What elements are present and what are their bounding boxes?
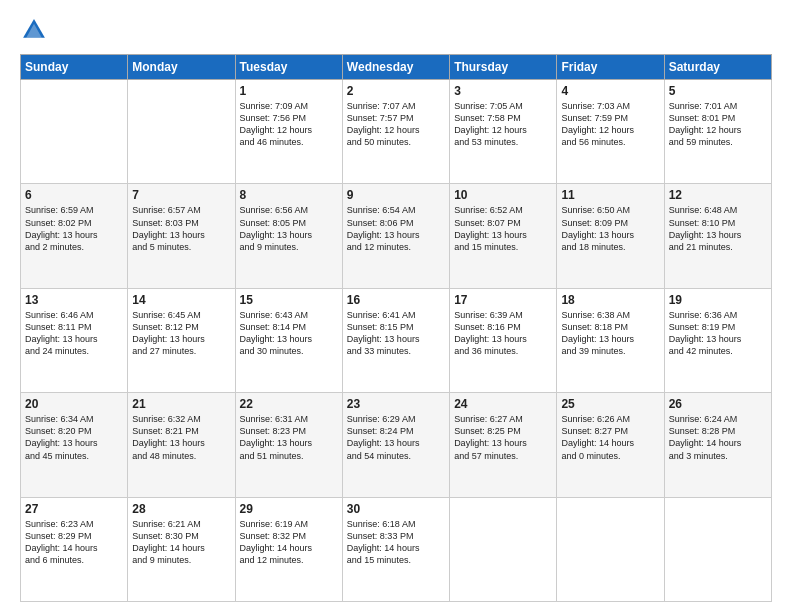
day-content: Sunrise: 6:21 AM Sunset: 8:30 PM Dayligh… — [132, 518, 230, 567]
day-number: 2 — [347, 84, 445, 98]
day-number: 30 — [347, 502, 445, 516]
calendar-week-3: 20Sunrise: 6:34 AM Sunset: 8:20 PM Dayli… — [21, 393, 772, 497]
calendar-cell: 14Sunrise: 6:45 AM Sunset: 8:12 PM Dayli… — [128, 288, 235, 392]
day-header-monday: Monday — [128, 55, 235, 80]
calendar-cell: 1Sunrise: 7:09 AM Sunset: 7:56 PM Daylig… — [235, 80, 342, 184]
header — [20, 16, 772, 44]
calendar-cell: 16Sunrise: 6:41 AM Sunset: 8:15 PM Dayli… — [342, 288, 449, 392]
day-header-saturday: Saturday — [664, 55, 771, 80]
day-number: 24 — [454, 397, 552, 411]
day-number: 26 — [669, 397, 767, 411]
calendar-cell: 5Sunrise: 7:01 AM Sunset: 8:01 PM Daylig… — [664, 80, 771, 184]
calendar-cell: 19Sunrise: 6:36 AM Sunset: 8:19 PM Dayli… — [664, 288, 771, 392]
day-number: 14 — [132, 293, 230, 307]
calendar-cell — [664, 497, 771, 601]
day-number: 28 — [132, 502, 230, 516]
day-header-sunday: Sunday — [21, 55, 128, 80]
day-number: 21 — [132, 397, 230, 411]
day-number: 19 — [669, 293, 767, 307]
day-number: 12 — [669, 188, 767, 202]
day-content: Sunrise: 6:24 AM Sunset: 8:28 PM Dayligh… — [669, 413, 767, 462]
calendar-cell: 13Sunrise: 6:46 AM Sunset: 8:11 PM Dayli… — [21, 288, 128, 392]
day-content: Sunrise: 7:07 AM Sunset: 7:57 PM Dayligh… — [347, 100, 445, 149]
calendar-cell: 20Sunrise: 6:34 AM Sunset: 8:20 PM Dayli… — [21, 393, 128, 497]
calendar: SundayMondayTuesdayWednesdayThursdayFrid… — [20, 54, 772, 602]
day-content: Sunrise: 7:09 AM Sunset: 7:56 PM Dayligh… — [240, 100, 338, 149]
calendar-cell: 3Sunrise: 7:05 AM Sunset: 7:58 PM Daylig… — [450, 80, 557, 184]
calendar-cell: 6Sunrise: 6:59 AM Sunset: 8:02 PM Daylig… — [21, 184, 128, 288]
day-number: 11 — [561, 188, 659, 202]
calendar-week-4: 27Sunrise: 6:23 AM Sunset: 8:29 PM Dayli… — [21, 497, 772, 601]
day-content: Sunrise: 6:32 AM Sunset: 8:21 PM Dayligh… — [132, 413, 230, 462]
calendar-cell: 7Sunrise: 6:57 AM Sunset: 8:03 PM Daylig… — [128, 184, 235, 288]
calendar-cell: 27Sunrise: 6:23 AM Sunset: 8:29 PM Dayli… — [21, 497, 128, 601]
calendar-cell: 12Sunrise: 6:48 AM Sunset: 8:10 PM Dayli… — [664, 184, 771, 288]
day-content: Sunrise: 6:36 AM Sunset: 8:19 PM Dayligh… — [669, 309, 767, 358]
calendar-cell: 28Sunrise: 6:21 AM Sunset: 8:30 PM Dayli… — [128, 497, 235, 601]
day-header-tuesday: Tuesday — [235, 55, 342, 80]
day-content: Sunrise: 6:50 AM Sunset: 8:09 PM Dayligh… — [561, 204, 659, 253]
calendar-cell: 8Sunrise: 6:56 AM Sunset: 8:05 PM Daylig… — [235, 184, 342, 288]
day-content: Sunrise: 7:05 AM Sunset: 7:58 PM Dayligh… — [454, 100, 552, 149]
page: SundayMondayTuesdayWednesdayThursdayFrid… — [0, 0, 792, 612]
day-number: 16 — [347, 293, 445, 307]
day-number: 22 — [240, 397, 338, 411]
calendar-cell: 18Sunrise: 6:38 AM Sunset: 8:18 PM Dayli… — [557, 288, 664, 392]
calendar-header-row: SundayMondayTuesdayWednesdayThursdayFrid… — [21, 55, 772, 80]
logo — [20, 16, 52, 44]
day-content: Sunrise: 6:57 AM Sunset: 8:03 PM Dayligh… — [132, 204, 230, 253]
logo-icon — [20, 16, 48, 44]
day-content: Sunrise: 6:39 AM Sunset: 8:16 PM Dayligh… — [454, 309, 552, 358]
day-content: Sunrise: 6:52 AM Sunset: 8:07 PM Dayligh… — [454, 204, 552, 253]
day-header-thursday: Thursday — [450, 55, 557, 80]
calendar-cell: 11Sunrise: 6:50 AM Sunset: 8:09 PM Dayli… — [557, 184, 664, 288]
day-content: Sunrise: 6:56 AM Sunset: 8:05 PM Dayligh… — [240, 204, 338, 253]
calendar-cell: 2Sunrise: 7:07 AM Sunset: 7:57 PM Daylig… — [342, 80, 449, 184]
day-number: 23 — [347, 397, 445, 411]
calendar-cell: 22Sunrise: 6:31 AM Sunset: 8:23 PM Dayli… — [235, 393, 342, 497]
day-content: Sunrise: 6:31 AM Sunset: 8:23 PM Dayligh… — [240, 413, 338, 462]
day-content: Sunrise: 6:19 AM Sunset: 8:32 PM Dayligh… — [240, 518, 338, 567]
day-content: Sunrise: 6:34 AM Sunset: 8:20 PM Dayligh… — [25, 413, 123, 462]
day-content: Sunrise: 6:46 AM Sunset: 8:11 PM Dayligh… — [25, 309, 123, 358]
day-number: 29 — [240, 502, 338, 516]
day-content: Sunrise: 7:01 AM Sunset: 8:01 PM Dayligh… — [669, 100, 767, 149]
day-content: Sunrise: 6:18 AM Sunset: 8:33 PM Dayligh… — [347, 518, 445, 567]
calendar-cell — [450, 497, 557, 601]
day-content: Sunrise: 6:41 AM Sunset: 8:15 PM Dayligh… — [347, 309, 445, 358]
calendar-cell: 10Sunrise: 6:52 AM Sunset: 8:07 PM Dayli… — [450, 184, 557, 288]
day-number: 9 — [347, 188, 445, 202]
calendar-cell: 23Sunrise: 6:29 AM Sunset: 8:24 PM Dayli… — [342, 393, 449, 497]
calendar-cell: 4Sunrise: 7:03 AM Sunset: 7:59 PM Daylig… — [557, 80, 664, 184]
day-number: 3 — [454, 84, 552, 98]
day-number: 10 — [454, 188, 552, 202]
calendar-week-1: 6Sunrise: 6:59 AM Sunset: 8:02 PM Daylig… — [21, 184, 772, 288]
day-content: Sunrise: 7:03 AM Sunset: 7:59 PM Dayligh… — [561, 100, 659, 149]
calendar-cell — [128, 80, 235, 184]
day-number: 13 — [25, 293, 123, 307]
calendar-cell — [21, 80, 128, 184]
day-number: 8 — [240, 188, 338, 202]
day-number: 5 — [669, 84, 767, 98]
day-content: Sunrise: 6:27 AM Sunset: 8:25 PM Dayligh… — [454, 413, 552, 462]
day-number: 1 — [240, 84, 338, 98]
day-number: 18 — [561, 293, 659, 307]
day-number: 17 — [454, 293, 552, 307]
calendar-cell: 26Sunrise: 6:24 AM Sunset: 8:28 PM Dayli… — [664, 393, 771, 497]
day-number: 7 — [132, 188, 230, 202]
calendar-cell: 9Sunrise: 6:54 AM Sunset: 8:06 PM Daylig… — [342, 184, 449, 288]
day-number: 6 — [25, 188, 123, 202]
calendar-cell: 21Sunrise: 6:32 AM Sunset: 8:21 PM Dayli… — [128, 393, 235, 497]
day-content: Sunrise: 6:59 AM Sunset: 8:02 PM Dayligh… — [25, 204, 123, 253]
calendar-cell: 30Sunrise: 6:18 AM Sunset: 8:33 PM Dayli… — [342, 497, 449, 601]
day-content: Sunrise: 6:45 AM Sunset: 8:12 PM Dayligh… — [132, 309, 230, 358]
day-header-friday: Friday — [557, 55, 664, 80]
day-content: Sunrise: 6:29 AM Sunset: 8:24 PM Dayligh… — [347, 413, 445, 462]
calendar-cell: 29Sunrise: 6:19 AM Sunset: 8:32 PM Dayli… — [235, 497, 342, 601]
day-content: Sunrise: 6:38 AM Sunset: 8:18 PM Dayligh… — [561, 309, 659, 358]
calendar-week-2: 13Sunrise: 6:46 AM Sunset: 8:11 PM Dayli… — [21, 288, 772, 392]
day-content: Sunrise: 6:54 AM Sunset: 8:06 PM Dayligh… — [347, 204, 445, 253]
day-number: 20 — [25, 397, 123, 411]
day-content: Sunrise: 6:23 AM Sunset: 8:29 PM Dayligh… — [25, 518, 123, 567]
calendar-cell: 24Sunrise: 6:27 AM Sunset: 8:25 PM Dayli… — [450, 393, 557, 497]
